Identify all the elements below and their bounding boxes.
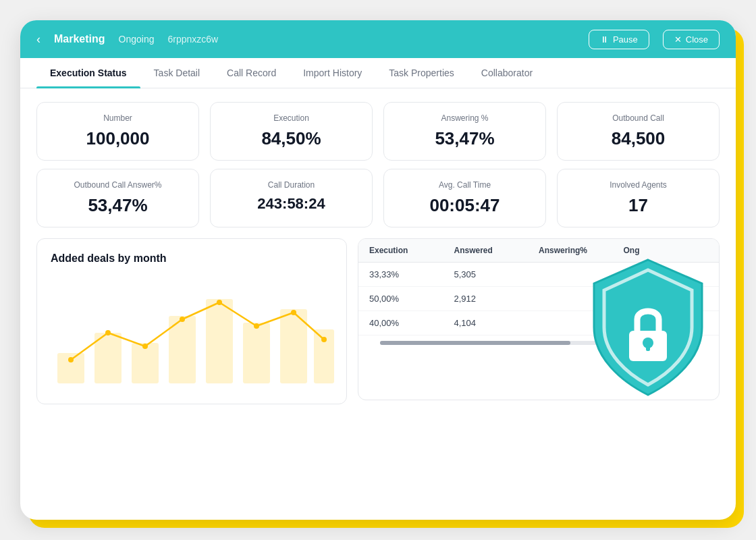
stat-outbound-label: Outbound Call [571, 113, 705, 123]
header-id: 6rppnxzc6w [168, 34, 219, 45]
stat-answering: Answering % 53,47% [383, 102, 546, 161]
chart-area [51, 275, 333, 390]
chart-title: Added deals by month [51, 252, 333, 265]
stat-oca-label: Outbound Call Answer% [51, 180, 185, 190]
stat-number-label: Number [51, 113, 185, 123]
tab-task-properties[interactable]: Task Properties [375, 58, 467, 88]
bar-6 [243, 323, 270, 383]
td-exec-1: 33,33% [369, 269, 454, 279]
stats-grid-row1: Number 100,000 Execution 84,50% Answerin… [20, 88, 736, 161]
stat-cd-value: 243:58:24 [224, 195, 358, 213]
chart-svg [51, 275, 334, 390]
stat-call-duration: Call Duration 243:58:24 [210, 169, 373, 227]
dot-8 [321, 337, 327, 342]
td-ans-2: 2,912 [454, 294, 539, 304]
dot-1 [68, 357, 74, 362]
header-title: Marketing [54, 33, 105, 45]
stat-number: Number 100,000 [36, 102, 199, 161]
stat-act-label: Avg. Call Time [398, 180, 532, 190]
stat-outbound-answer: Outbound Call Answer% 53,47% [36, 169, 199, 227]
app-outer-wrapper: ‹ Marketing Ongoing 6rppnxzc6w ⏸ Pause ✕… [20, 20, 736, 520]
chart-card: Added deals by month [36, 238, 347, 404]
stat-outbound-call: Outbound Call 84,500 [557, 102, 720, 161]
tab-execution-status[interactable]: Execution Status [36, 58, 140, 88]
stat-execution-label: Execution [224, 113, 358, 123]
tab-collaborator[interactable]: Collaborator [468, 58, 546, 88]
stat-outbound-value: 84,500 [571, 128, 705, 149]
dot-5 [217, 300, 222, 305]
td-ans-1: 5,305 [454, 269, 539, 279]
close-icon: ✕ [674, 34, 682, 45]
stat-ia-label: Involved Agents [571, 180, 705, 190]
stat-oca-value: 53,47% [51, 195, 185, 216]
stat-answering-value: 53,47% [398, 128, 532, 149]
close-button[interactable]: ✕ Close [663, 30, 720, 49]
pause-button[interactable]: ⏸ Pause [589, 30, 649, 49]
tabs-bar: Execution Status Task Detail Call Record… [20, 58, 736, 88]
tab-import-history[interactable]: Import History [290, 58, 375, 88]
header-status: Ongoing [119, 34, 155, 45]
dot-7 [291, 310, 296, 315]
shield-overlay [580, 253, 716, 402]
stat-answering-label: Answering % [398, 113, 532, 123]
stat-execution: Execution 84,50% [210, 102, 373, 161]
stat-act-value: 00:05:47 [398, 195, 532, 216]
bar-5 [206, 299, 233, 383]
dot-6 [254, 323, 259, 329]
stat-avg-call-time: Avg. Call Time 00:05:47 [383, 169, 546, 227]
shield-icon [580, 253, 716, 402]
stats-grid-row2: Outbound Call Answer% 53,47% Call Durati… [20, 161, 736, 227]
bottom-area: Added deals by month [20, 227, 736, 415]
tab-task-detail[interactable]: Task Detail [140, 58, 213, 88]
back-button[interactable]: ‹ [36, 32, 40, 47]
th-execution: Execution [369, 246, 454, 255]
main-card: ‹ Marketing Ongoing 6rppnxzc6w ⏸ Pause ✕… [20, 20, 736, 520]
td-ans-3: 4,104 [454, 318, 539, 328]
stat-execution-value: 84,50% [224, 128, 358, 149]
stat-number-value: 100,000 [51, 128, 185, 149]
pause-label: Pause [613, 34, 638, 45]
table-scroll-thumb [380, 341, 570, 345]
tab-call-record[interactable]: Call Record [213, 58, 290, 88]
dot-4 [180, 317, 185, 322]
td-exec-2: 50,00% [369, 294, 454, 304]
stat-cd-label: Call Duration [224, 180, 358, 190]
stat-ia-value: 17 [571, 195, 705, 216]
td-exec-3: 40,00% [369, 318, 454, 328]
dot-2 [105, 330, 111, 335]
pause-icon: ⏸ [600, 34, 609, 45]
dot-3 [142, 344, 148, 349]
th-answered: Answered [454, 246, 539, 255]
close-label: Close [686, 34, 708, 45]
svg-rect-2 [646, 343, 650, 351]
header-bar: ‹ Marketing Ongoing 6rppnxzc6w ⏸ Pause ✕… [20, 20, 736, 58]
stat-involved-agents: Involved Agents 17 [557, 169, 720, 227]
